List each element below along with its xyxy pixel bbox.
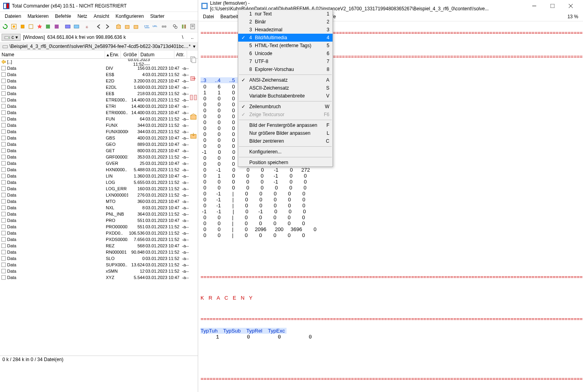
dropdown-item[interactable]: ✓ANSI-ZeichensatzA [238,76,333,84]
table-row[interactable]: DataSUPX000..13.62403.01.2023 11:52-a-- [0,262,198,268]
table-row[interactable]: DataE2D3.20003.01.2023 10:47-a-- [0,78,198,84]
tool-icon-3[interactable] [27,23,35,31]
dropdown-item[interactable]: Bild der Fenstergröße anpassenF [238,121,333,129]
tool-icon-2[interactable] [19,23,26,31]
table-row[interactable]: DataFUNX00000134403.01.2023 11:52-a-- [0,128,198,135]
move-icon[interactable] [189,75,197,82]
dropdown-item[interactable]: 8Explorer-Vorschau8 [238,65,333,73]
dropdown-item[interactable]: Konfigurieren... [238,148,333,156]
dropdown-item[interactable]: 5HTML-Text (entferne Tags)5 [238,42,333,50]
refresh-icon[interactable] [2,23,9,31]
table-row[interactable]: DataPRO55103.01.2023 10:47-a-- [0,217,198,224]
table-row[interactable]: DataDIV15603.01.2023 10:47-a-- [0,65,198,71]
col-date[interactable]: Datum [139,51,174,58]
table-row[interactable]: DataGVER2503.01.2023 10:47-a-- [0,160,198,166]
table-row[interactable]: DataETRI0000..14.40003.01.2023 10:47-a-- [0,109,198,116]
close-button[interactable] [562,0,580,12]
dropdown-item[interactable]: Position speichern [238,159,333,166]
dropdown-item[interactable]: 2Binär2 [238,18,333,26]
forward-icon[interactable] [104,23,111,31]
table-row[interactable]: DataLXN00000127603.01.2023 11:52-a-- [0,192,198,198]
tool-icon-7[interactable] [73,23,80,31]
table-row[interactable]: DataSLO003.01.2023 11:52-a-- [0,255,198,262]
package-icon[interactable] [189,113,197,120]
minimize-button[interactable] [525,0,543,12]
chevron-down-icon[interactable]: ▾ [193,44,195,49]
tool-icon-6[interactable] [64,23,72,31]
table-row[interactable]: DataLIN1.36003.01.2023 10:47-a-- [0,173,198,179]
tc-menu-markieren[interactable]: Markieren [24,13,52,20]
table-row[interactable]: DataFUNX34403.01.2023 11:52-a-- [0,122,198,128]
table-row[interactable]: DataRN00000190.84803.01.2023 11:52-a-- [0,249,198,255]
table-row[interactable]: DataPRO00000155103.01.2023 11:52-a-- [0,224,198,230]
table-row[interactable]: DataREZ56803.01.2023 10:47-a-- [0,243,198,249]
tool-icon-1[interactable] [10,23,18,31]
tool-icon-4[interactable] [44,23,52,31]
table-row[interactable]: DataPXDS0000..7.65603.01.2023 11:52-a-- [0,236,198,243]
tool-icon-8[interactable]: ⚹ [84,23,92,31]
dropdown-item[interactable]: Bilder zentrierenC [238,137,333,145]
table-row[interactable]: DataFUN6403.01.2023 11:52-a-- [0,116,198,122]
unpack-icon[interactable] [189,132,197,140]
table-row[interactable]: DataES$403.01.2023 11:52-a-- [0,71,198,78]
dropdown-item[interactable]: ✓4Bild/Multimedia4 [238,34,333,42]
ftp-icon[interactable]: FTP [143,23,151,31]
col-attr[interactable]: Attr. [174,51,187,58]
table-row[interactable]: DataHXN0000..5.48803.01.2023 11:52-a-- [0,166,198,173]
package-icon-2[interactable] [124,23,131,31]
tool-icon-5[interactable] [53,23,61,31]
path-filter[interactable]: * [189,44,191,49]
dropdown-item[interactable]: Variable BuchstabenbreiteV [238,92,333,100]
tc-menu-ansicht[interactable]: Ansicht [90,13,112,20]
col-name[interactable]: Name [0,51,105,58]
table-row[interactable]: DataLOG5.65503.01.2023 11:52-a-- [0,179,198,185]
table-row[interactable]: DataGRF00000135303.01.2023 11:52-a-- [0,154,198,160]
copy-icon[interactable] [189,55,197,63]
tc-menu-konfigurieren[interactable]: Konfigurieren [112,13,147,20]
dropdown-item[interactable]: ASCII-ZeichensatzS [238,84,333,92]
tc-menu-befehle[interactable]: Befehle [52,13,75,20]
table-row[interactable]: DataPXDD0..106.53603.01.2023 11:52-a-- [0,230,198,236]
dropdown-item[interactable]: 1nur Text1 [238,10,333,18]
table-row[interactable]: DataNXL803.01.2023 10:47-a-- [0,205,198,211]
dropdown-item[interactable]: 3Hexadezimal3 [238,26,333,34]
table-row[interactable]: DataxSMN1203.01.2023 11:52-a-- [0,268,198,274]
compare-icon[interactable] [189,94,197,101]
notepad-icon[interactable] [189,23,196,31]
table-row[interactable]: DataGBS40003.01.2023 10:47-a-- [0,135,198,141]
package-icon-1[interactable] [115,23,122,31]
table-row[interactable]: DataXYZ5.54403.01.2023 10:47-a-- [0,274,198,281]
back-icon[interactable] [95,23,103,31]
col-ext[interactable]: ▴Erw. [105,51,121,58]
table-row[interactable]: DataMTO36003.01.2023 10:47-a-- [0,198,198,205]
package-icon-3[interactable] [132,23,140,31]
root-button[interactable]: \ [179,33,187,41]
search-icon[interactable] [172,23,179,31]
parent-button[interactable]: .. [188,33,196,41]
table-row[interactable]: DataPNL_INB36403.01.2023 11:52-a-- [0,211,198,217]
dropdown-item[interactable]: 7UTF-87 [238,57,333,65]
tc-menu-starter[interactable]: Starter [147,13,168,20]
table-row[interactable]: DataGET80003.01.2023 10:47-a-- [0,147,198,154]
table-row[interactable]: DataE2DL1.60003.01.2023 10:47-a-- [0,84,198,90]
star-icon[interactable] [36,23,43,31]
parent-dir-row[interactable]: [..]03.01.2023 11:52---- [0,59,198,65]
tool-icon-9[interactable] [180,23,188,31]
table-row[interactable]: DataETRE000..14.40003.01.2023 11:52-a-- [0,97,198,103]
lister-menu-datei[interactable]: Datei [200,13,217,21]
tc-menu-netz[interactable]: Netz [74,13,90,20]
dropdown-item[interactable]: ✓ZeilenumbruchW [238,103,333,111]
dropdown-item[interactable]: Nur größere Bilder anpassenL [238,129,333,137]
table-row[interactable]: DataGEO88903.01.2023 10:47-a-- [0,141,198,147]
options-dropdown[interactable]: 1nur Text12Binär23Hexadezimal3✓4Bild/Mul… [238,10,333,167]
tc-menu-dateien[interactable]: Dateien [2,13,24,20]
tc-file-list[interactable]: [..]03.01.2023 11:52----DataDIV15603.01.… [0,59,198,368]
table-row[interactable]: DataEE$21803.01.2023 11:52-a-- [0,90,198,97]
dropdown-item[interactable]: 6Unicode6 [238,50,333,57]
tc-path-bar[interactable]: \Beispiel_4_3_rf6_0\content\!solver\RN_2… [0,42,198,51]
drive-select[interactable]: c ▾ [2,34,21,41]
table-row[interactable]: DataETRI14.40003.01.2023 10:47-a-- [0,103,198,109]
col-size[interactable]: Größe [121,51,139,58]
conn-icon[interactable] [161,23,168,31]
table-row[interactable]: DataLOG_ERR16003.01.2023 11:52-a-- [0,185,198,192]
